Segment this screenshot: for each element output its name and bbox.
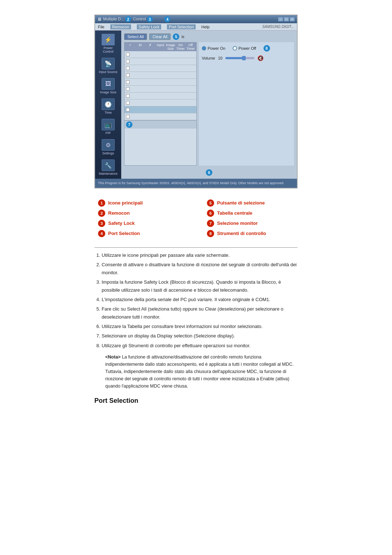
row-cell [156, 114, 170, 119]
table-row [124, 86, 196, 93]
legend-section: 1 Icone principali 2 Remocon 3 Safety Lo… [94, 199, 298, 240]
clear-all-button[interactable]: Clear All [149, 33, 171, 40]
sidebar-item-settings[interactable]: ⚙ Settings [97, 138, 119, 156]
content-area: ✓ ID ✗ Input Image Size On Timer Off Tim… [124, 42, 294, 166]
legend-label-6: Tabella centrale [217, 210, 252, 216]
row-cell [156, 59, 170, 64]
badge-4: 4 [164, 16, 170, 22]
menu-file[interactable]: File [98, 25, 105, 29]
sidebar-item-image-size[interactable]: 🖼 Image Size [97, 77, 119, 95]
row-cell [130, 107, 143, 112]
time-icon: 🕐 [102, 98, 115, 110]
legend-item-2: 2 Remocon [98, 210, 185, 217]
minimize-button[interactable]: - [278, 17, 283, 21]
nota-text: La funzione di attivazione/disattivazion… [105, 355, 294, 389]
legend-badge-2: 2 [98, 210, 105, 217]
row-checkbox[interactable] [126, 60, 130, 63]
toolbar-label: le [181, 35, 184, 39]
table-footer: 7 [124, 120, 196, 129]
pip-label: PIP [106, 131, 111, 135]
instruction-7: Selezionare un display da Display select… [102, 332, 298, 340]
table-header: ✓ ID ✗ Input Image Size On Timer Off Tim… [124, 42, 196, 51]
image-size-icon: 🖼 [102, 78, 115, 90]
legend-item-5: 5 Pulsante di selezione [207, 199, 294, 207]
volume-row: Volume 10 🔇 [202, 55, 291, 61]
row-cell [183, 100, 196, 105]
legend-item-1: 1 Icone principali [98, 199, 185, 207]
legend-badge-8: 8 [207, 230, 214, 237]
row-checkbox[interactable] [126, 101, 130, 105]
badge-7: 7 [126, 121, 132, 128]
badge-6: 6 [206, 169, 212, 176]
menu-safety-lock[interactable]: Safety Lock [137, 24, 161, 29]
sidebar-item-power-control[interactable]: ⚡ Power Control [97, 33, 119, 54]
col-x: ✗ [145, 43, 155, 50]
settings-icon: ⚙ [102, 139, 115, 151]
sidebar-item-time[interactable]: 🕐 Time [97, 97, 119, 116]
title-bar: 🖥 Multiple D... 2 Control 3 4 - □ × [95, 15, 297, 23]
volume-slider[interactable] [225, 57, 254, 59]
row-checkbox[interactable] [126, 66, 130, 70]
row-cell [143, 80, 156, 85]
bottom-bar-text: This Program is for Samsung SyncMaster 3… [98, 181, 284, 185]
row-cell [130, 80, 143, 85]
row-cell [183, 107, 196, 112]
power-off-radio[interactable] [233, 46, 237, 50]
badge-6-row: 6 [124, 169, 294, 176]
legend-item-6: 6 Tabella centrale [207, 210, 294, 217]
maximize-button[interactable]: □ [284, 17, 289, 21]
row-checkbox[interactable] [126, 53, 130, 56]
table-row [124, 72, 196, 79]
row-cell [143, 66, 156, 71]
row-checkbox[interactable] [126, 115, 130, 118]
power-off-option[interactable]: Power Off [233, 46, 256, 50]
power-on-radio[interactable] [202, 46, 206, 50]
table-row [124, 65, 196, 72]
row-checkbox[interactable] [126, 108, 130, 112]
table-row [124, 51, 196, 58]
menu-help[interactable]: Help [201, 25, 210, 29]
row-cell [183, 86, 196, 92]
row-cell [170, 80, 183, 85]
row-cell [143, 73, 156, 78]
power-on-label: Power On [208, 46, 225, 50]
power-on-option[interactable]: Power On [202, 46, 225, 50]
sidebar-item-maintenance[interactable]: 🔧 Maintenance [97, 158, 119, 177]
legend-badge-6: 6 [207, 210, 214, 217]
table-row [124, 79, 196, 86]
row-cell [143, 107, 156, 112]
legend-col-right: 5 Pulsante di selezione 6 Tabella centra… [207, 199, 294, 240]
sidebar-item-input-source[interactable]: 📡 Input Source [97, 57, 119, 75]
sidebar-item-pip[interactable]: 📺 PIP [97, 118, 119, 136]
row-cell [170, 100, 183, 105]
badge-5: 5 [173, 33, 179, 40]
row-checkbox[interactable] [126, 94, 130, 98]
menu-remocon[interactable]: Remocon [110, 24, 131, 29]
menu-port-selection[interactable]: Port Selection [167, 24, 195, 29]
bottom-bar: This Program is for Samsung SyncMaster 3… [95, 179, 297, 188]
col-input: Input [155, 43, 166, 50]
col-off-timer: Off Timer [185, 43, 196, 50]
col-on-timer: On Timer [176, 43, 186, 50]
select-all-button[interactable]: Select All [124, 33, 147, 40]
row-cell [143, 86, 156, 92]
row-cell [170, 93, 183, 98]
row-checkbox[interactable] [126, 80, 130, 84]
row-cell [130, 93, 143, 98]
app-icon: 🖥 [97, 17, 102, 22]
legend-item-7: 7 Selezione monitor [207, 220, 294, 227]
col-image-size: Image Size [166, 43, 176, 50]
volume-handle[interactable] [242, 56, 246, 60]
row-cell [143, 93, 156, 98]
row-cell [156, 100, 170, 105]
row-cell [170, 59, 183, 64]
instruction-2: Consente di attivare o disattivare la fu… [102, 261, 298, 277]
row-checkbox[interactable] [126, 87, 130, 91]
row-cell [130, 66, 143, 71]
row-cell [143, 100, 156, 105]
close-button[interactable]: × [290, 17, 295, 21]
row-checkbox[interactable] [126, 73, 130, 77]
row-cell [156, 80, 170, 85]
power-control-label: Power Control [98, 46, 118, 53]
legend-badge-3: 3 [98, 220, 105, 227]
